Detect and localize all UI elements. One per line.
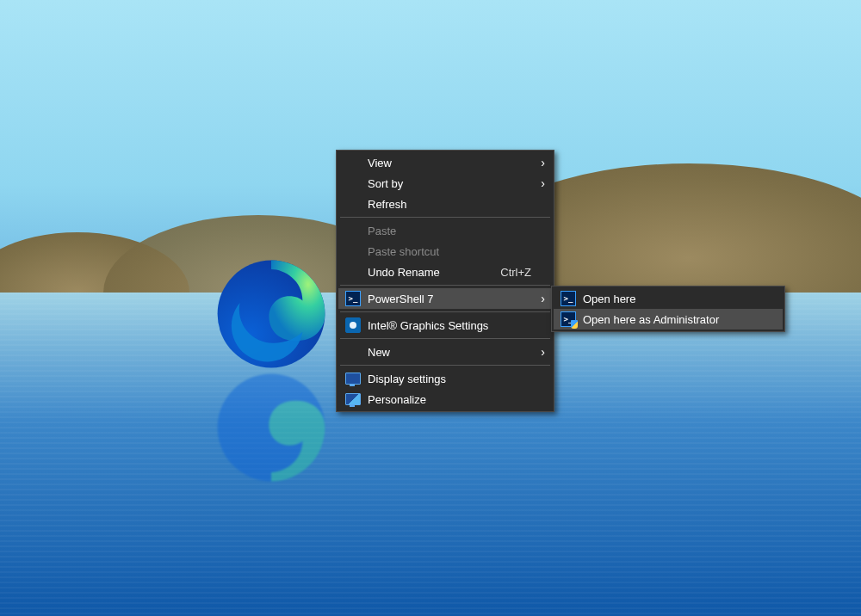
desktop[interactable]: View › Sort by › Refresh Paste Paste sho… bbox=[0, 0, 861, 616]
menu-separator bbox=[340, 338, 550, 339]
powershell-submenu: >_ Open here >_ Open here as Administrat… bbox=[551, 286, 785, 332]
menu-label: Undo Rename bbox=[368, 266, 440, 279]
menu-item-undo-rename[interactable]: Undo Rename Ctrl+Z bbox=[338, 262, 552, 282]
menu-label: View bbox=[368, 157, 392, 169]
menu-label: Display settings bbox=[368, 373, 446, 385]
menu-item-open-here-admin[interactable]: >_ Open here as Administrator bbox=[554, 309, 783, 330]
menu-item-powershell[interactable]: >_ PowerShell 7 › bbox=[338, 288, 552, 309]
menu-label: Paste shortcut bbox=[368, 245, 439, 258]
menu-item-paste-shortcut: Paste shortcut bbox=[338, 241, 552, 262]
edge-logo-icon bbox=[215, 258, 327, 370]
powershell-icon: >_ bbox=[561, 291, 576, 306]
menu-label: Intel® Graphics Settings bbox=[368, 319, 488, 332]
menu-hotkey: Ctrl+Z bbox=[500, 266, 531, 279]
menu-item-sort-by[interactable]: Sort by › bbox=[338, 173, 552, 194]
chevron-right-icon: › bbox=[541, 176, 545, 190]
personalize-icon bbox=[345, 391, 361, 407]
menu-label: Sort by bbox=[368, 177, 403, 190]
menu-item-personalize[interactable]: Personalize bbox=[338, 389, 552, 410]
menu-label: New bbox=[368, 346, 390, 359]
menu-item-new[interactable]: New › bbox=[338, 342, 552, 362]
menu-label: Personalize bbox=[368, 393, 426, 406]
edge-logo-reflection bbox=[215, 372, 327, 484]
intel-graphics-icon bbox=[345, 317, 361, 333]
menu-separator bbox=[340, 217, 550, 218]
display-settings-icon bbox=[345, 371, 361, 386]
chevron-right-icon: › bbox=[541, 345, 545, 359]
menu-label: Open here bbox=[583, 293, 635, 305]
menu-label: PowerShell 7 bbox=[368, 293, 434, 305]
menu-label: Paste bbox=[368, 225, 396, 237]
chevron-right-icon: › bbox=[541, 292, 545, 305]
desktop-context-menu: View › Sort by › Refresh Paste Paste sho… bbox=[336, 150, 554, 412]
menu-separator bbox=[340, 285, 550, 286]
menu-item-intel-graphics[interactable]: Intel® Graphics Settings bbox=[338, 315, 552, 336]
menu-item-open-here[interactable]: >_ Open here bbox=[554, 288, 783, 309]
menu-separator bbox=[340, 365, 550, 366]
menu-item-paste: Paste bbox=[338, 220, 552, 241]
menu-item-view[interactable]: View › bbox=[338, 152, 552, 173]
powershell-icon: >_ bbox=[345, 291, 361, 306]
chevron-right-icon: › bbox=[541, 156, 545, 169]
powershell-admin-icon: >_ bbox=[561, 311, 576, 327]
menu-label: Refresh bbox=[368, 198, 407, 211]
menu-separator bbox=[340, 311, 550, 312]
menu-item-display-settings[interactable]: Display settings bbox=[338, 368, 552, 389]
menu-item-refresh[interactable]: Refresh bbox=[338, 194, 552, 214]
menu-label: Open here as Administrator bbox=[583, 313, 719, 326]
